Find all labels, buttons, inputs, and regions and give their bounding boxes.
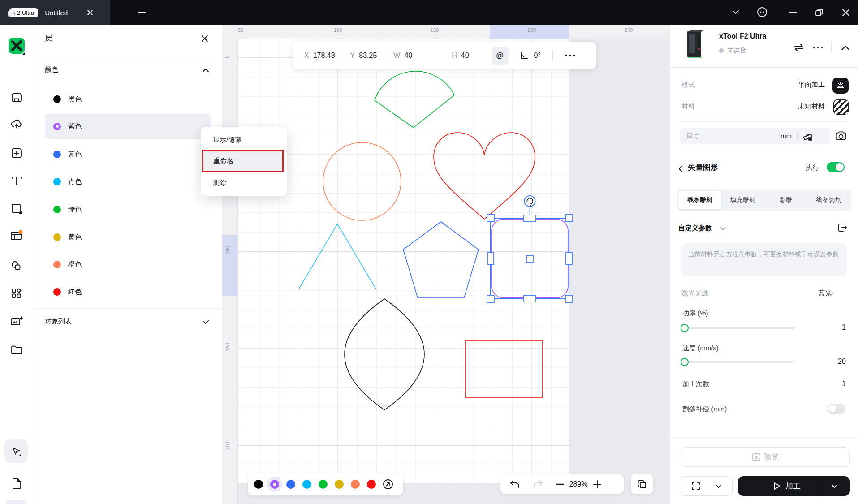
shape-heart[interactable] xyxy=(434,133,535,219)
titlebar-chevron-down-icon[interactable] xyxy=(731,9,740,16)
execute-toggle-on[interactable] xyxy=(827,162,845,172)
canvas-area[interactable]: 50 100 150 200 250 0 100 150 200 xyxy=(222,25,669,504)
undo-icon[interactable] xyxy=(509,479,520,489)
h-value[interactable]: 40 xyxy=(461,52,469,60)
more-options-icon[interactable] xyxy=(565,54,576,57)
x-value[interactable]: 178.48 xyxy=(313,52,335,60)
chevron-down-icon[interactable] xyxy=(720,227,726,231)
handle-nw[interactable] xyxy=(487,215,494,222)
preview-button[interactable]: 预览 xyxy=(680,447,850,467)
zoom-level[interactable]: 289% xyxy=(564,480,593,488)
menu-item-delete[interactable]: 删除 xyxy=(201,173,287,193)
power-slider-knob[interactable] xyxy=(681,324,689,332)
panel-close-icon[interactable] xyxy=(200,34,209,43)
export-params-icon[interactable] xyxy=(837,223,847,233)
apps-grid-icon[interactable] xyxy=(10,287,23,300)
process-button[interactable]: 加工 xyxy=(738,476,850,496)
text-tool-icon[interactable] xyxy=(10,175,23,187)
xtool-logo[interactable] xyxy=(8,37,26,56)
measure-thickness-icon[interactable]: A xyxy=(803,131,813,141)
handle-center[interactable] xyxy=(526,255,533,262)
palette-swatch-blue[interactable] xyxy=(286,480,295,489)
layer-row-yellow[interactable]: 黄色 xyxy=(45,224,211,250)
palette-swatch-orange[interactable] xyxy=(351,480,360,489)
rotate-handle[interactable] xyxy=(525,196,535,207)
ai-tools-icon[interactable]: AI xyxy=(10,315,23,328)
restore-window-icon[interactable] xyxy=(815,8,824,17)
shape-circle[interactable] xyxy=(323,142,401,220)
speed-slider-track[interactable] xyxy=(683,361,794,363)
shape-tool-icon[interactable] xyxy=(10,202,23,215)
shape-pentagon[interactable] xyxy=(403,222,479,297)
thickness-input[interactable] xyxy=(686,132,755,140)
handle-w[interactable] xyxy=(487,253,494,264)
handle-sw[interactable] xyxy=(487,295,494,302)
layer-row-black[interactable]: 黑色 xyxy=(45,86,211,112)
handle-ne[interactable] xyxy=(565,215,573,222)
outline-offset-icon[interactable] xyxy=(10,260,23,272)
handle-n[interactable] xyxy=(524,215,536,221)
shape-triangle[interactable] xyxy=(299,224,376,289)
tab-close-icon[interactable] xyxy=(86,9,94,16)
palette-swatch-black[interactable] xyxy=(254,480,263,489)
palette-swatch-green[interactable] xyxy=(319,480,328,489)
power-value[interactable]: 1 xyxy=(842,323,846,332)
handle-se[interactable] xyxy=(565,295,573,302)
collapse-panel-icon[interactable] xyxy=(841,44,850,51)
thickness-field[interactable]: mm A xyxy=(680,128,830,144)
layer-row-purple-selected[interactable]: 紫色 xyxy=(45,114,211,139)
custom-color-icon[interactable] xyxy=(382,478,394,490)
layer-row-cyan[interactable]: 青色 xyxy=(45,169,211,194)
menu-item-rename-highlighted[interactable]: 重命名 xyxy=(202,150,284,172)
chevron-up-icon[interactable] xyxy=(202,68,209,73)
handle-e[interactable] xyxy=(566,253,572,264)
new-tab-icon[interactable] xyxy=(137,7,147,17)
close-window-icon[interactable] xyxy=(841,8,850,17)
chevron-down-icon[interactable] xyxy=(831,484,837,488)
lock-ratio-icon[interactable]: @ xyxy=(492,47,509,65)
frame-button[interactable] xyxy=(680,476,733,496)
template-board-icon[interactable] xyxy=(10,229,23,243)
handle-s[interactable] xyxy=(524,296,536,302)
zoom-in-icon[interactable] xyxy=(593,480,602,489)
power-slider-track[interactable] xyxy=(683,327,794,329)
y-value[interactable]: 83.25 xyxy=(359,52,377,60)
tab-fill-engrave[interactable]: 填充雕刻 xyxy=(721,191,764,209)
chevron-down-icon[interactable] xyxy=(716,484,722,488)
cloud-upload-icon[interactable] xyxy=(10,118,23,130)
feedback-icon[interactable] xyxy=(756,6,768,18)
material-icon[interactable] xyxy=(833,99,849,115)
page-icon[interactable] xyxy=(11,478,22,490)
layer-row-green[interactable]: 绿色 xyxy=(45,197,211,222)
mode-icon[interactable] xyxy=(832,78,849,94)
select-tool-icon[interactable] xyxy=(10,445,23,459)
projects-folder-icon[interactable] xyxy=(10,344,23,356)
shape-leaf[interactable] xyxy=(345,299,424,410)
camera-measure-icon[interactable] xyxy=(836,131,847,142)
layer-row-orange[interactable]: 橙色 xyxy=(45,252,211,277)
kerf-toggle-off[interactable] xyxy=(828,404,845,414)
home-icon[interactable] xyxy=(6,7,17,18)
minimize-icon[interactable] xyxy=(789,12,798,13)
shape-rectangle[interactable] xyxy=(466,341,543,397)
layer-row-blue[interactable]: 蓝色 xyxy=(45,142,211,167)
save-icon[interactable] xyxy=(11,92,22,103)
speed-value[interactable]: 20 xyxy=(838,358,846,366)
insert-shape-icon[interactable] xyxy=(11,147,22,159)
layer-row-red[interactable]: 红色 xyxy=(45,279,211,304)
chevron-down-icon[interactable] xyxy=(202,320,209,324)
palette-swatch-cyan[interactable] xyxy=(302,480,311,489)
tab-relief[interactable]: 彩雕 xyxy=(764,191,807,209)
chevron-left-icon[interactable] xyxy=(677,165,684,173)
w-value[interactable]: 40 xyxy=(404,52,412,60)
tab-line-cut[interactable]: 线条切割 xyxy=(807,191,850,209)
passes-value[interactable]: 1 xyxy=(842,380,846,388)
zoom-out-icon[interactable] xyxy=(556,483,564,485)
palette-swatch-purple-selected[interactable] xyxy=(270,480,279,489)
tab-line-engrave-active[interactable]: 线条雕刻 xyxy=(678,191,721,209)
shape-fan[interactable] xyxy=(375,71,454,128)
speed-slider-knob[interactable] xyxy=(681,358,689,366)
redo-icon[interactable] xyxy=(533,479,543,489)
mode-value[interactable]: 平面加工 xyxy=(798,81,825,89)
duplicate-button[interactable] xyxy=(631,474,653,494)
